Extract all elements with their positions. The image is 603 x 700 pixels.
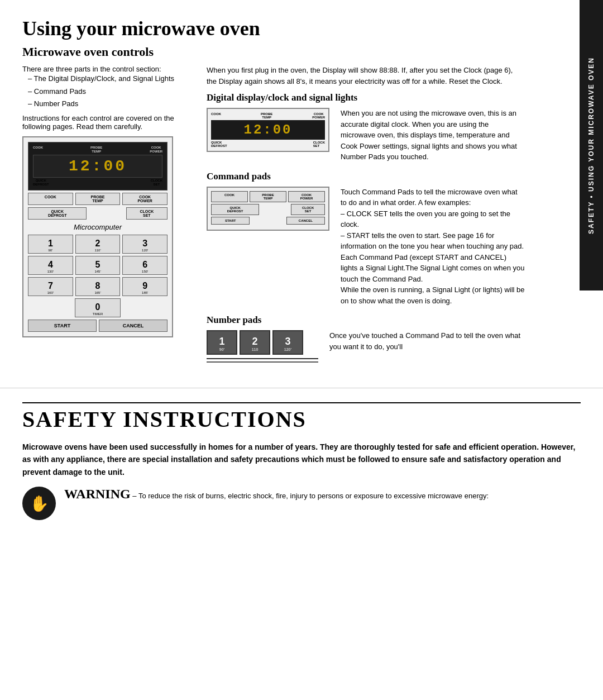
diagram-label-probe: PROBETEMP <box>90 146 102 154</box>
diagram-btn-cook-power[interactable]: COOKPOWER <box>122 193 168 205</box>
diagram-num-7[interactable]: 7160' <box>28 277 73 296</box>
number-mini-3[interactable]: 3120' <box>272 330 303 355</box>
digital-section: Digital display/clock and signal lights … <box>207 92 525 163</box>
digital-description: When you are not using the microwave ove… <box>341 108 525 163</box>
diagram-num-1[interactable]: 190' <box>28 235 73 254</box>
cmd-mini-start[interactable]: START <box>211 217 250 225</box>
diagram-num-6[interactable]: 6150' <box>122 256 168 275</box>
command-diagram: COOK PROBETEMP COOKPOWER QUICKDEFROST CL… <box>207 187 329 307</box>
diagram-btn-cancel[interactable]: CANCEL <box>99 320 168 332</box>
diagram-display-panel: COOK PROBETEMP COOKPOWER 12:00 QUICKDEFR… <box>28 142 168 191</box>
warning-text: – To reduce the risk of burns, electric … <box>131 492 489 500</box>
left-column: There are three parts in the control sec… <box>22 65 190 371</box>
side-tab-text: SAFETY • USING YOUR MICROWAVE OVEN <box>587 57 595 234</box>
warning-section: ✋ WARNING – To reduce the risk of burns,… <box>22 487 581 520</box>
diagram-btn-probe[interactable]: PROBETEMP <box>75 193 121 205</box>
right-intro-text: When you first plug in the oven, the Dis… <box>207 65 525 87</box>
right-column: When you first plug in the oven, the Dis… <box>207 65 525 371</box>
number-section: Number pads 190' 2110 3120' Once you've … <box>207 315 525 363</box>
controls-bullets: The Digital Display/Clock, and Signal Li… <box>22 73 190 109</box>
digital-heading: Digital display/clock and signal lights <box>207 92 525 103</box>
diagram-display-labels-bottom: QUICKDEFROST CLOCKSET <box>33 179 162 187</box>
digital-display-panel: COOK PROBETEMP COOKPOWER 12:00 QUICKDEFR… <box>207 108 329 152</box>
controls-heading: Microwave oven controls <box>22 45 525 59</box>
safety-body: Microwave ovens have been used successfu… <box>22 441 581 478</box>
cmd-mini-cancel[interactable]: CANCEL <box>286 217 325 225</box>
digital-label-clock-set: CLOCKSET <box>313 141 325 147</box>
diagram-btn-clock-set[interactable]: CLOCKSET <box>126 207 168 220</box>
diagram-zero-row: 0TIMER <box>28 298 168 317</box>
number-heading: Number pads <box>207 315 525 326</box>
top-section: There are three parts in the control sec… <box>22 65 525 371</box>
number-mini-grid: 190' 2110 3120' <box>207 330 318 355</box>
diagram-num-2[interactable]: 2110' <box>75 235 121 254</box>
cmd-diagram-row1: COOK PROBETEMP COOKPOWER <box>211 191 325 202</box>
digital-labels-top: COOK PROBETEMP COOKPOWER <box>211 112 325 119</box>
command-description: Touch Command Pads to tell the microwave… <box>341 187 525 307</box>
number-content: 190' 2110 3120' Once you've touched a Co… <box>207 330 525 363</box>
number-mini-2[interactable]: 2110 <box>240 330 270 355</box>
cmd-mini-clock-set[interactable]: CLOCKSET <box>291 204 325 215</box>
diagram-num-4[interactable]: 4130' <box>28 256 73 275</box>
side-tab: SAFETY • USING YOUR MICROWAVE OVEN <box>580 0 603 291</box>
diagram-num-0[interactable]: 0TIMER <box>75 298 121 317</box>
diagram-label-clock-set: CLOCKSET <box>151 179 162 187</box>
safety-heading: SAFETY INSTRUCTIONS <box>22 406 581 432</box>
diagram-btn-start[interactable]: START <box>28 320 97 332</box>
cmd-diagram-row2: QUICKDEFROST CLOCKSET <box>211 204 325 215</box>
safety-section: SAFETY INSTRUCTIONS Microwave ovens have… <box>0 388 603 531</box>
digital-label-probe: PROBETEMP <box>261 112 272 119</box>
cmd-diagram-row3: START CANCEL <box>211 217 325 225</box>
diagram-num-8[interactable]: 8165' <box>75 277 121 296</box>
diagram-cmd-row2: QUICKDEFROST CLOCKSET <box>28 207 168 220</box>
page-title: Using your microwave oven <box>22 17 525 40</box>
bullet-3: Number Pads <box>28 98 190 109</box>
bullet-1: The Digital Display/Clock, and Signal Li… <box>28 73 190 84</box>
cmd-mini-probe[interactable]: PROBETEMP <box>250 191 286 202</box>
digital-label-quick-defrost: QUICKDEFROST <box>211 141 227 147</box>
diagram-label-power: COOKPOWER <box>150 146 162 154</box>
number-mini-line2 <box>207 361 318 363</box>
digital-diagram: COOK PROBETEMP COOKPOWER 12:00 QUICKDEFR… <box>207 108 329 163</box>
controls-footer: Instructions for each control are covere… <box>22 114 190 131</box>
warning-title: WARNING <box>64 487 131 501</box>
digital-display-screen: 12:00 <box>211 120 325 140</box>
diagram-num-3[interactable]: 3120' <box>122 235 168 254</box>
digital-label-power: COOKPOWER <box>312 112 325 119</box>
diagram-label-quick-defrost: QUICKDEFROST <box>33 179 49 187</box>
command-content: COOK PROBETEMP COOKPOWER QUICKDEFROST CL… <box>207 187 525 307</box>
command-panel: COOK PROBETEMP COOKPOWER QUICKDEFROST CL… <box>207 187 329 231</box>
digital-content: COOK PROBETEMP COOKPOWER 12:00 QUICKDEFR… <box>207 108 525 163</box>
diagram-action-row: START CANCEL <box>28 320 168 332</box>
digital-label-cook: COOK <box>211 112 221 119</box>
number-mini-1[interactable]: 190' <box>207 330 237 355</box>
number-description: Once you've touched a Command Pad to tel… <box>329 330 525 352</box>
number-diagram: 190' 2110 3120' <box>207 330 318 363</box>
bullet-2: Command Pads <box>28 86 190 97</box>
cmd-mini-cook[interactable]: COOK <box>211 191 248 202</box>
warning-icon: ✋ <box>22 487 56 520</box>
digital-labels-bottom: QUICKDEFROST CLOCKSET <box>211 141 325 147</box>
main-content: Using your microwave oven Microwave oven… <box>0 0 581 388</box>
warning-text-area: WARNING – To reduce the risk of burns, e… <box>64 487 581 502</box>
cmd-mini-quick-defrost[interactable]: QUICKDEFROST <box>211 204 259 215</box>
diagram-numpad: 190' 2110' 3120' 4130' 5145' 6150' 7160'… <box>28 235 168 296</box>
controls-intro: There are three parts in the control sec… <box>22 65 190 73</box>
command-section: Command pads COOK PROBETEMP COOKPOWER QU… <box>207 171 525 307</box>
diagram-microcomputer-label: Microcomputer <box>28 223 168 231</box>
diagram-cmd-row1: COOK PROBETEMP COOKPOWER <box>28 193 168 205</box>
diagram-num-5[interactable]: 5145' <box>75 256 121 275</box>
diagram-label-cook: COOK <box>33 146 43 154</box>
number-mini-line <box>207 358 318 359</box>
diagram-num-9[interactable]: 9185' <box>122 277 168 296</box>
command-heading: Command pads <box>207 171 525 182</box>
diagram-display-screen: 12:00 <box>33 155 162 178</box>
diagram-btn-quick-defrost[interactable]: QUICKDEFROST <box>28 207 87 220</box>
right-intro-paragraph: When you first plug in the oven, the Dis… <box>207 65 525 87</box>
safety-divider <box>22 402 581 403</box>
diagram-display-labels-top: COOK PROBETEMP COOKPOWER <box>33 146 162 154</box>
cmd-mini-power[interactable]: COOKPOWER <box>288 191 325 202</box>
warning-hand-icon: ✋ <box>30 494 49 513</box>
diagram-btn-cook[interactable]: COOK <box>28 193 73 205</box>
microwave-diagram: COOK PROBETEMP COOKPOWER 12:00 QUICKDEFR… <box>22 136 173 338</box>
